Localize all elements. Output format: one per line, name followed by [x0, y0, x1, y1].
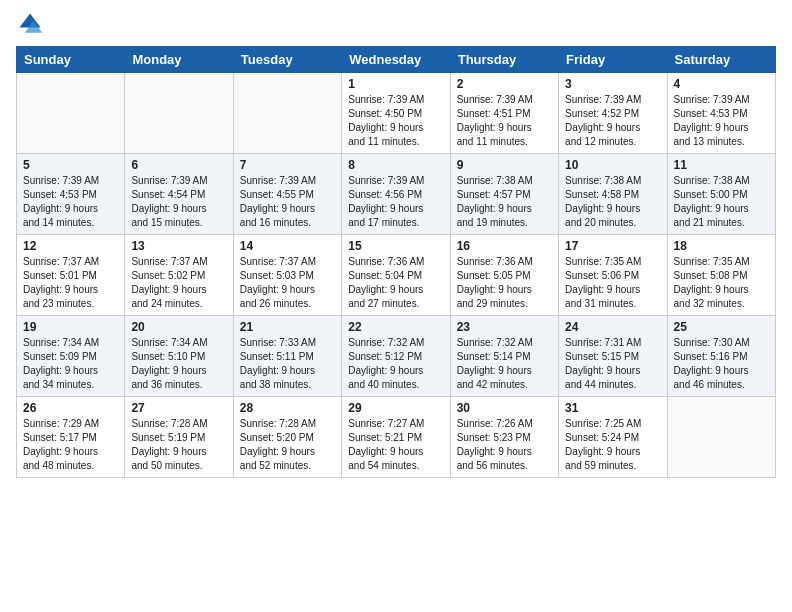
day-info: Sunrise: 7:35 AM Sunset: 5:06 PM Dayligh… — [565, 255, 660, 311]
calendar-cell: 16Sunrise: 7:36 AM Sunset: 5:05 PM Dayli… — [450, 235, 558, 316]
day-info: Sunrise: 7:39 AM Sunset: 4:51 PM Dayligh… — [457, 93, 552, 149]
calendar-cell: 21Sunrise: 7:33 AM Sunset: 5:11 PM Dayli… — [233, 316, 341, 397]
day-info: Sunrise: 7:26 AM Sunset: 5:23 PM Dayligh… — [457, 417, 552, 473]
day-number: 23 — [457, 320, 552, 334]
calendar-cell: 19Sunrise: 7:34 AM Sunset: 5:09 PM Dayli… — [17, 316, 125, 397]
day-info: Sunrise: 7:38 AM Sunset: 5:00 PM Dayligh… — [674, 174, 769, 230]
day-number: 26 — [23, 401, 118, 415]
day-number: 16 — [457, 239, 552, 253]
calendar-cell: 18Sunrise: 7:35 AM Sunset: 5:08 PM Dayli… — [667, 235, 775, 316]
day-info: Sunrise: 7:29 AM Sunset: 5:17 PM Dayligh… — [23, 417, 118, 473]
day-info: Sunrise: 7:37 AM Sunset: 5:01 PM Dayligh… — [23, 255, 118, 311]
day-number: 12 — [23, 239, 118, 253]
day-number: 30 — [457, 401, 552, 415]
day-info: Sunrise: 7:39 AM Sunset: 4:53 PM Dayligh… — [674, 93, 769, 149]
calendar-cell: 13Sunrise: 7:37 AM Sunset: 5:02 PM Dayli… — [125, 235, 233, 316]
header — [16, 10, 776, 38]
day-info: Sunrise: 7:30 AM Sunset: 5:16 PM Dayligh… — [674, 336, 769, 392]
calendar-cell: 25Sunrise: 7:30 AM Sunset: 5:16 PM Dayli… — [667, 316, 775, 397]
week-row-4: 19Sunrise: 7:34 AM Sunset: 5:09 PM Dayli… — [17, 316, 776, 397]
calendar-cell: 11Sunrise: 7:38 AM Sunset: 5:00 PM Dayli… — [667, 154, 775, 235]
weekday-header-tuesday: Tuesday — [233, 47, 341, 73]
week-row-3: 12Sunrise: 7:37 AM Sunset: 5:01 PM Dayli… — [17, 235, 776, 316]
calendar-cell: 14Sunrise: 7:37 AM Sunset: 5:03 PM Dayli… — [233, 235, 341, 316]
calendar-cell: 20Sunrise: 7:34 AM Sunset: 5:10 PM Dayli… — [125, 316, 233, 397]
day-info: Sunrise: 7:39 AM Sunset: 4:56 PM Dayligh… — [348, 174, 443, 230]
day-number: 11 — [674, 158, 769, 172]
day-info: Sunrise: 7:34 AM Sunset: 5:09 PM Dayligh… — [23, 336, 118, 392]
calendar-cell: 9Sunrise: 7:38 AM Sunset: 4:57 PM Daylig… — [450, 154, 558, 235]
day-info: Sunrise: 7:32 AM Sunset: 5:12 PM Dayligh… — [348, 336, 443, 392]
day-info: Sunrise: 7:38 AM Sunset: 4:57 PM Dayligh… — [457, 174, 552, 230]
day-info: Sunrise: 7:37 AM Sunset: 5:03 PM Dayligh… — [240, 255, 335, 311]
day-info: Sunrise: 7:25 AM Sunset: 5:24 PM Dayligh… — [565, 417, 660, 473]
calendar-table: SundayMondayTuesdayWednesdayThursdayFrid… — [16, 46, 776, 478]
calendar-cell — [667, 397, 775, 478]
calendar-cell: 10Sunrise: 7:38 AM Sunset: 4:58 PM Dayli… — [559, 154, 667, 235]
day-info: Sunrise: 7:38 AM Sunset: 4:58 PM Dayligh… — [565, 174, 660, 230]
calendar-cell: 28Sunrise: 7:28 AM Sunset: 5:20 PM Dayli… — [233, 397, 341, 478]
weekday-header-sunday: Sunday — [17, 47, 125, 73]
day-number: 15 — [348, 239, 443, 253]
day-info: Sunrise: 7:39 AM Sunset: 4:50 PM Dayligh… — [348, 93, 443, 149]
week-row-2: 5Sunrise: 7:39 AM Sunset: 4:53 PM Daylig… — [17, 154, 776, 235]
calendar-cell: 6Sunrise: 7:39 AM Sunset: 4:54 PM Daylig… — [125, 154, 233, 235]
calendar-cell — [17, 73, 125, 154]
calendar-header-row: SundayMondayTuesdayWednesdayThursdayFrid… — [17, 47, 776, 73]
calendar-cell: 12Sunrise: 7:37 AM Sunset: 5:01 PM Dayli… — [17, 235, 125, 316]
day-info: Sunrise: 7:28 AM Sunset: 5:19 PM Dayligh… — [131, 417, 226, 473]
weekday-header-friday: Friday — [559, 47, 667, 73]
day-number: 29 — [348, 401, 443, 415]
day-info: Sunrise: 7:39 AM Sunset: 4:52 PM Dayligh… — [565, 93, 660, 149]
weekday-header-monday: Monday — [125, 47, 233, 73]
day-info: Sunrise: 7:35 AM Sunset: 5:08 PM Dayligh… — [674, 255, 769, 311]
day-info: Sunrise: 7:39 AM Sunset: 4:53 PM Dayligh… — [23, 174, 118, 230]
calendar-cell — [125, 73, 233, 154]
calendar-cell: 26Sunrise: 7:29 AM Sunset: 5:17 PM Dayli… — [17, 397, 125, 478]
calendar-cell: 1Sunrise: 7:39 AM Sunset: 4:50 PM Daylig… — [342, 73, 450, 154]
calendar-cell: 23Sunrise: 7:32 AM Sunset: 5:14 PM Dayli… — [450, 316, 558, 397]
day-info: Sunrise: 7:28 AM Sunset: 5:20 PM Dayligh… — [240, 417, 335, 473]
day-info: Sunrise: 7:33 AM Sunset: 5:11 PM Dayligh… — [240, 336, 335, 392]
day-info: Sunrise: 7:34 AM Sunset: 5:10 PM Dayligh… — [131, 336, 226, 392]
logo-icon — [16, 10, 44, 38]
day-number: 2 — [457, 77, 552, 91]
day-info: Sunrise: 7:32 AM Sunset: 5:14 PM Dayligh… — [457, 336, 552, 392]
day-number: 27 — [131, 401, 226, 415]
weekday-header-wednesday: Wednesday — [342, 47, 450, 73]
day-number: 22 — [348, 320, 443, 334]
calendar-cell: 31Sunrise: 7:25 AM Sunset: 5:24 PM Dayli… — [559, 397, 667, 478]
day-info: Sunrise: 7:39 AM Sunset: 4:54 PM Dayligh… — [131, 174, 226, 230]
day-number: 19 — [23, 320, 118, 334]
day-number: 5 — [23, 158, 118, 172]
day-number: 7 — [240, 158, 335, 172]
calendar-cell: 29Sunrise: 7:27 AM Sunset: 5:21 PM Dayli… — [342, 397, 450, 478]
day-number: 8 — [348, 158, 443, 172]
day-number: 10 — [565, 158, 660, 172]
calendar-cell: 3Sunrise: 7:39 AM Sunset: 4:52 PM Daylig… — [559, 73, 667, 154]
calendar-cell: 17Sunrise: 7:35 AM Sunset: 5:06 PM Dayli… — [559, 235, 667, 316]
day-number: 18 — [674, 239, 769, 253]
day-info: Sunrise: 7:37 AM Sunset: 5:02 PM Dayligh… — [131, 255, 226, 311]
day-number: 28 — [240, 401, 335, 415]
day-info: Sunrise: 7:27 AM Sunset: 5:21 PM Dayligh… — [348, 417, 443, 473]
week-row-5: 26Sunrise: 7:29 AM Sunset: 5:17 PM Dayli… — [17, 397, 776, 478]
day-info: Sunrise: 7:36 AM Sunset: 5:04 PM Dayligh… — [348, 255, 443, 311]
day-number: 6 — [131, 158, 226, 172]
day-number: 1 — [348, 77, 443, 91]
day-number: 21 — [240, 320, 335, 334]
day-info: Sunrise: 7:39 AM Sunset: 4:55 PM Dayligh… — [240, 174, 335, 230]
weekday-header-thursday: Thursday — [450, 47, 558, 73]
weekday-header-saturday: Saturday — [667, 47, 775, 73]
day-number: 13 — [131, 239, 226, 253]
calendar-cell: 27Sunrise: 7:28 AM Sunset: 5:19 PM Dayli… — [125, 397, 233, 478]
day-info: Sunrise: 7:31 AM Sunset: 5:15 PM Dayligh… — [565, 336, 660, 392]
day-number: 25 — [674, 320, 769, 334]
day-number: 17 — [565, 239, 660, 253]
day-number: 4 — [674, 77, 769, 91]
week-row-1: 1Sunrise: 7:39 AM Sunset: 4:50 PM Daylig… — [17, 73, 776, 154]
day-number: 3 — [565, 77, 660, 91]
calendar-cell: 15Sunrise: 7:36 AM Sunset: 5:04 PM Dayli… — [342, 235, 450, 316]
calendar-cell — [233, 73, 341, 154]
logo — [16, 10, 48, 38]
